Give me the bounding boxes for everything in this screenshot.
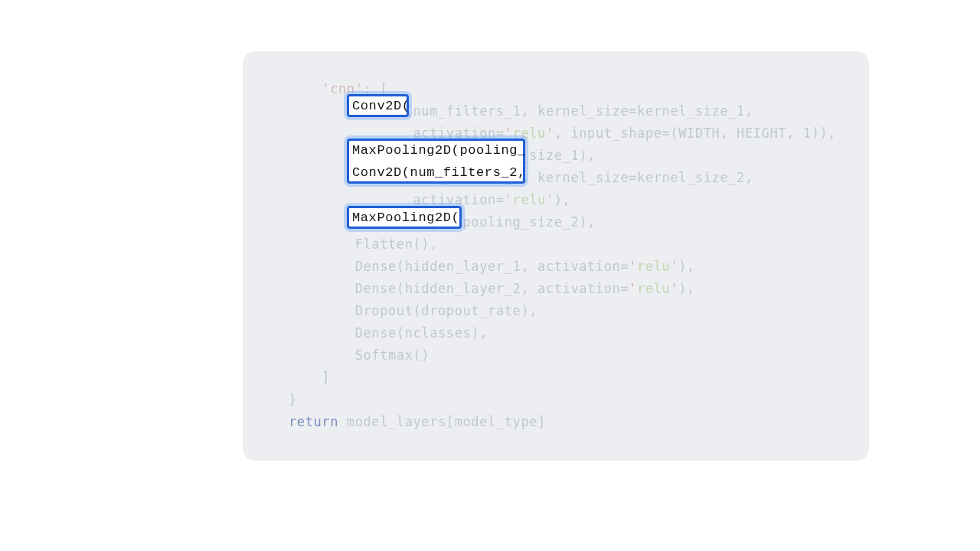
code-block: 'cnn': [ Conv2D(num_filters_1, kernel_si…	[289, 78, 869, 433]
code-token: '	[546, 192, 554, 207]
code-token: '	[629, 281, 637, 296]
code-token: '	[629, 259, 637, 274]
highlight-text: MaxPooling2D(pooling_	[352, 139, 520, 161]
highlight-maxpool-2: MaxPooling2D(	[347, 206, 462, 229]
code-token: '	[670, 259, 678, 274]
code-token: '	[546, 126, 554, 141]
highlight-text: Conv2D(num_filters_2,	[352, 161, 520, 184]
code-token: relu	[637, 281, 670, 296]
code-token: relu	[513, 192, 546, 207]
highlight-conv2d-1: Conv2D(	[347, 94, 409, 117]
code-token: '	[505, 192, 513, 207]
code-token: '	[670, 281, 678, 296]
code-token: relu	[637, 259, 670, 274]
code-token: return	[289, 414, 338, 429]
highlight-text: MaxPooling2D(	[352, 207, 456, 229]
code-card: 'cnn': [ Conv2D(num_filters_1, kernel_si…	[243, 51, 869, 461]
highlight-maxpool-conv2d: MaxPooling2D(pooling_ Conv2D(num_filters…	[347, 139, 525, 184]
highlight-text: Conv2D(	[352, 95, 403, 117]
